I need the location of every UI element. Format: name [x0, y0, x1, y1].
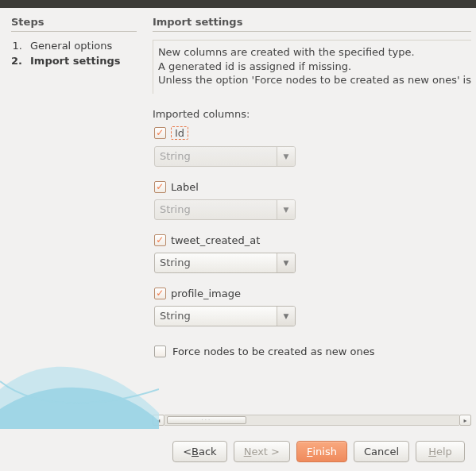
step-label: Import settings — [30, 55, 121, 67]
combo-value: String — [155, 147, 277, 166]
btn-mnemonic: N — [244, 446, 252, 457]
column-id-type-combo[interactable]: String ▼ — [154, 146, 296, 167]
step-number: 1. — [11, 40, 22, 52]
imported-columns-label: Imported columns: — [153, 108, 471, 120]
wizard-button-bar: < Back Next > Finish Cancel Help — [0, 429, 476, 462]
force-nodes-checkbox[interactable] — [154, 346, 166, 357]
btn-text-rest: ack — [199, 446, 217, 457]
description-line: A generated id is assigned if missing. — [158, 60, 471, 74]
chevron-down-icon: ▼ — [277, 200, 295, 219]
column-profile-image-checkbox[interactable] — [154, 288, 166, 299]
combo-value: String — [155, 253, 277, 272]
step-import-settings: 2. Import settings — [11, 55, 137, 67]
description-box: New columns are created with the specifi… — [153, 40, 471, 94]
column-label-label: Label — [171, 181, 199, 193]
cancel-button[interactable]: Cancel — [354, 441, 409, 462]
chevron-down-icon: ▼ — [277, 253, 295, 272]
btn-text-rest: inish — [312, 446, 336, 457]
horizontal-scrollbar[interactable]: ◂ ··· ▸ — [153, 416, 471, 429]
btn-mnemonic: F — [307, 446, 312, 457]
column-id-checkbox[interactable] — [154, 127, 166, 139]
chevron-down-icon: ▼ — [277, 307, 295, 326]
scroll-thumb[interactable]: ··· — [167, 416, 246, 424]
window-titlebar — [0, 0, 476, 8]
description-line: New columns are created with the specifi… — [158, 45, 471, 60]
column-id-row: Id — [154, 126, 471, 140]
column-profile-image-row: profile_image — [154, 288, 471, 299]
btn-mnemonic: B — [192, 446, 199, 457]
combo-value: String — [155, 307, 277, 326]
scroll-right-button[interactable]: ▸ — [459, 415, 471, 426]
scroll-left-button[interactable]: ◂ — [153, 415, 164, 426]
settings-heading: Import settings — [153, 16, 471, 32]
btn-text-prefix: < — [183, 446, 192, 457]
btn-text-rest: ext > — [251, 446, 280, 457]
column-id-label: Id — [171, 126, 188, 140]
column-tweet-created-at-label: tweet_created_at — [171, 234, 260, 246]
column-profile-image-label: profile_image — [171, 288, 241, 299]
next-button[interactable]: Next > — [234, 441, 290, 462]
column-label-row: Label — [154, 181, 471, 193]
steps-panel: Steps 1. General options 2. Import setti… — [0, 8, 145, 429]
decorative-swoosh — [0, 342, 159, 429]
btn-text: Cancel — [364, 446, 399, 457]
settings-panel: Import settings New columns are created … — [145, 8, 476, 429]
btn-text-rest: elp — [436, 446, 452, 457]
wizard-body: Steps 1. General options 2. Import setti… — [0, 8, 476, 429]
description-line: Unless the option 'Force nodes to be cre… — [158, 73, 471, 87]
column-tweet-created-at-checkbox[interactable] — [154, 234, 166, 246]
force-nodes-row: Force nodes to be created as new ones — [154, 346, 471, 357]
column-tweet-created-at-type-combo[interactable]: String ▼ — [154, 253, 296, 273]
force-nodes-label: Force nodes to be created as new ones — [172, 346, 375, 357]
chevron-down-icon: ▼ — [277, 147, 295, 166]
column-label-checkbox[interactable] — [154, 181, 166, 193]
column-tweet-created-at-row: tweet_created_at — [154, 234, 471, 246]
steps-heading: Steps — [11, 16, 137, 32]
btn-mnemonic: H — [428, 446, 436, 457]
step-label: General options — [30, 40, 112, 52]
column-label-type-combo[interactable]: String ▼ — [154, 199, 296, 220]
step-number: 2. — [11, 55, 22, 67]
column-profile-image-type-combo[interactable]: String ▼ — [154, 306, 296, 326]
finish-button[interactable]: Finish — [296, 441, 347, 462]
step-general-options: 1. General options — [11, 40, 137, 52]
scroll-track[interactable]: ··· — [164, 415, 459, 426]
combo-value: String — [155, 200, 277, 219]
help-button[interactable]: Help — [416, 441, 465, 462]
back-button[interactable]: < Back — [172, 441, 226, 462]
